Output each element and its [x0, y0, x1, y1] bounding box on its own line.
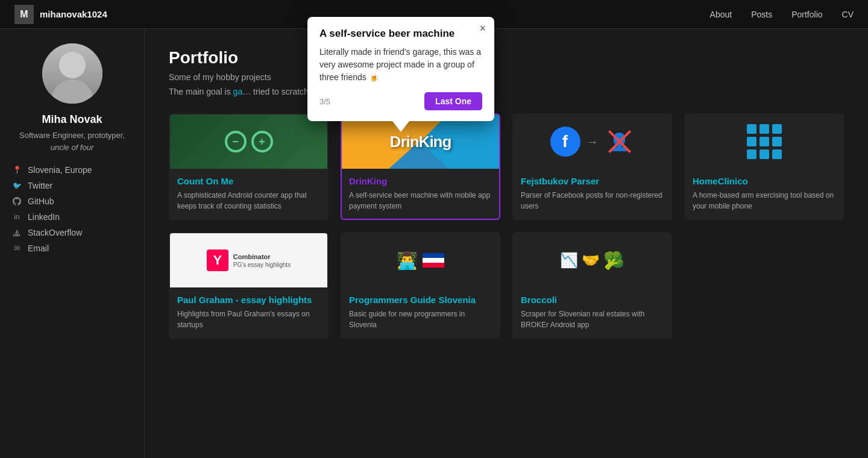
grid-dot: [760, 149, 769, 159]
sidebar-linkedin-label: LinkedIn: [28, 212, 60, 222]
popover-title: A self-service beer machine: [319, 28, 482, 40]
popover-count: 3/5: [319, 97, 330, 106]
popover-close-button[interactable]: ×: [479, 23, 486, 34]
card-desc-broccoli: Scraper for Slovenian real estates with …: [521, 309, 664, 330]
card-homeclinico[interactable]: HomeClinico A home-based arm exercising …: [684, 113, 844, 220]
card-title-paul-graham[interactable]: Paul Graham - essay highlights: [177, 295, 320, 305]
card-body-fejstbukov: Fejstbukov Parser Parser of Facebook pos…: [514, 169, 671, 219]
avatar-person: [42, 43, 102, 104]
arduino-minus: −: [225, 131, 247, 152]
card-title-broccoli[interactable]: Broccoli: [521, 295, 664, 305]
card-title-fejstbukov[interactable]: Fejstbukov Parser: [521, 176, 664, 186]
page-link[interactable]: ga: [233, 87, 243, 96]
grid-dot: [747, 137, 756, 146]
card-title-programmers-guide[interactable]: Programmers Guide Slovenia: [349, 295, 492, 305]
page-desc: The main goal is ga… tried to scratch my…: [169, 87, 844, 96]
card-desc-drinking: A self-service beer machine with mobile …: [349, 190, 492, 212]
nav-logo: M: [14, 5, 34, 24]
card-body-broccoli: Broccoli Scraper for Slovenian real esta…: [514, 287, 671, 337]
card-drinking[interactable]: DrinKing DrinKing A self-service beer ma…: [341, 113, 500, 220]
card-fejstbukov[interactable]: f → 👤 Fejstbukov Parser Parser of Facebo…: [512, 113, 672, 220]
page-subtitle: Some of my hobby projects: [169, 72, 844, 82]
stackoverflow-icon: [12, 228, 22, 237]
popover: × A self-service beer machine Literally …: [307, 17, 494, 121]
grid-dot: [760, 124, 769, 134]
avatar-head: [59, 52, 86, 78]
facebook-logo: f: [550, 127, 580, 157]
handshake-icon: 🤝: [582, 252, 600, 269]
programmer-person-icon: 👨‍💻: [397, 251, 418, 271]
portfolio-grid-row2: Y Combinator PG's essay highlights Paul …: [169, 232, 844, 339]
card-desc-paul-graham: Highlights from Paul Graham's essays on …: [177, 309, 320, 330]
card-desc-programmers-guide: Basic guide for new programmers in Slove…: [349, 309, 492, 330]
sidebar-item-twitter[interactable]: 🐦 Twitter: [12, 181, 132, 190]
sidebar-item-linkedin[interactable]: in LinkedIn: [12, 212, 132, 222]
arduino-symbol: − +: [225, 131, 273, 152]
yc-y-icon: Y: [207, 249, 228, 271]
nav-link-portfolio[interactable]: Portfolio: [791, 10, 822, 19]
card-programmers-guide[interactable]: 👨‍💻 Programmers Guide Slovenia Basic gui…: [341, 232, 500, 339]
sidebar-stackoverflow-label: StackOverflow: [28, 228, 82, 237]
popover-last-one-button[interactable]: Last One: [424, 92, 482, 110]
card-img-broccoli: 📉 🤝 🥦: [514, 233, 671, 287]
card-broccoli[interactable]: 📉 🤝 🥦 Broccoli Scraper for Slovenian rea…: [512, 232, 672, 339]
nav-brand: M mihanovak1024: [14, 5, 107, 24]
sidebar-links: 📍 Slovenia, Europe 🐦 Twitter GitHub in L…: [12, 165, 132, 253]
flag-stripe-white: [423, 258, 444, 263]
user-title: Software Engineer, prototyper, uncle of …: [12, 130, 132, 153]
grid-dot: [772, 137, 782, 146]
nav-link-posts[interactable]: Posts: [751, 10, 772, 19]
arduino-plus: +: [251, 131, 273, 152]
card-img-paul-graham: Y Combinator PG's essay highlights: [170, 233, 327, 287]
popover-arrow: [392, 121, 409, 132]
twitter-icon: 🐦: [12, 181, 22, 190]
nav-links: AboutPostsPortfolioCV: [710, 10, 854, 19]
grid-dot: [760, 137, 769, 146]
grid-icon: [747, 124, 782, 159]
card-body-drinking: DrinKing A self-service beer machine wit…: [342, 169, 499, 219]
grid-dot: [747, 124, 756, 134]
yc-combinator-text: Combinator: [233, 253, 291, 261]
card-body-homeclinico: HomeClinico A home-based arm exercising …: [685, 169, 843, 219]
avatar: [42, 43, 102, 104]
portfolio-grid-row1: − + Count On Me A sophisticated Android …: [169, 113, 844, 220]
flag-slovenia: [423, 253, 444, 268]
avatar-wrap: [12, 43, 132, 104]
sidebar-item-email[interactable]: ✉ Email: [12, 243, 132, 253]
card-title-count-on-me[interactable]: Count On Me: [177, 176, 320, 186]
card-img-drinking: DrinKing: [342, 114, 499, 169]
main-content: Portfolio Some of my hobby projects The …: [145, 29, 868, 458]
sidebar-item-stackoverflow[interactable]: StackOverflow: [12, 228, 132, 237]
sidebar: Miha Novak Software Engineer, prototyper…: [0, 29, 145, 458]
sidebar-email-label: Email: [28, 243, 49, 253]
drinking-logo-text: DrinKing: [390, 133, 451, 151]
card-desc-fejstbukov: Parser of Facebook posts for non-registe…: [521, 190, 664, 212]
no-user-icon: 👤: [605, 127, 635, 157]
flag-stripe-blue: [423, 253, 444, 258]
nav-link-cv[interactable]: CV: [842, 10, 854, 19]
grid-dot: [772, 149, 782, 159]
nav-link-about[interactable]: About: [710, 10, 732, 19]
grid-dot: [772, 124, 782, 134]
card-count-on-me[interactable]: − + Count On Me A sophisticated Android …: [169, 113, 329, 220]
sidebar-item-github[interactable]: GitHub: [12, 196, 132, 206]
card-paul-graham[interactable]: Y Combinator PG's essay highlights Paul …: [169, 232, 329, 339]
sidebar-location-label: Slovenia, Europe: [28, 165, 92, 175]
card-img-fejstbukov: f → 👤: [514, 114, 671, 169]
arrow-icon: →: [587, 135, 599, 149]
card-body-count-on-me: Count On Me A sophisticated Android coun…: [170, 169, 327, 219]
sidebar-github-label: GitHub: [28, 196, 54, 206]
card-title-drinking[interactable]: DrinKing: [349, 176, 492, 186]
sidebar-twitter-label: Twitter: [28, 181, 52, 190]
flag-stripe-red: [423, 263, 444, 268]
location-icon: 📍: [12, 165, 22, 175]
popover-footer: 3/5 Last One: [319, 92, 482, 110]
broccoli-icon: 🥦: [603, 251, 624, 271]
page-layout: Miha Novak Software Engineer, prototyper…: [0, 29, 868, 458]
avatar-body: [51, 80, 93, 104]
cross-icon: [605, 127, 635, 157]
card-desc-homeclinico: A home-based arm exercising tool based o…: [693, 190, 835, 212]
card-title-homeclinico[interactable]: HomeClinico: [693, 176, 835, 186]
page-title: Portfolio: [169, 48, 844, 67]
yc-logo: Y Combinator PG's essay highlights: [207, 249, 291, 271]
